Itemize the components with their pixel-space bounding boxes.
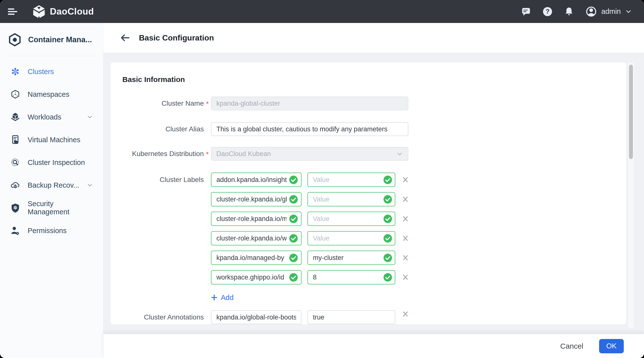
- container-management-icon: [8, 33, 22, 47]
- label-key-input[interactable]: [211, 231, 302, 245]
- page-titlebar: Basic Configuration: [104, 23, 644, 53]
- remove-label-button[interactable]: [402, 196, 409, 203]
- remove-label-button[interactable]: [402, 273, 409, 281]
- header-right: ? admin: [521, 6, 632, 18]
- sidebar-item-security-management[interactable]: Security Management: [0, 197, 103, 219]
- ok-button[interactable]: OK: [599, 339, 624, 353]
- label-key-input[interactable]: [211, 270, 302, 284]
- body-row: Container Mana... Clusters: [0, 23, 644, 358]
- cluster-alias-label: Cluster Alias: [122, 122, 204, 136]
- close-x-icon: [402, 235, 409, 242]
- close-x-icon: [402, 176, 409, 183]
- remove-label-button[interactable]: [402, 235, 409, 242]
- chevron-down-icon: [86, 114, 93, 121]
- plus-icon: [211, 294, 218, 301]
- label-key-input[interactable]: [211, 173, 302, 187]
- page-title: Basic Configuration: [139, 33, 214, 43]
- label-value-input[interactable]: [308, 192, 395, 206]
- label-value-input[interactable]: [308, 251, 395, 265]
- label-value-input[interactable]: [308, 231, 395, 245]
- chat-icon: [521, 6, 531, 17]
- label-key-input[interactable]: [211, 212, 302, 226]
- permissions-icon: [10, 226, 20, 235]
- backup-recovery-icon: [10, 180, 20, 190]
- user-name: admin: [601, 8, 621, 16]
- workloads-icon: [10, 112, 20, 122]
- scrollbar-thumb[interactable]: [629, 65, 633, 159]
- annotation-value-input[interactable]: [308, 310, 395, 324]
- messages-button[interactable]: [521, 6, 531, 17]
- sidebar-item-namespaces[interactable]: Namespaces: [0, 83, 103, 106]
- brand-name: DaoCloud: [50, 7, 94, 17]
- sidebar-item-virtual-machines[interactable]: Virtual Machines: [0, 128, 103, 151]
- clusters-icon: [10, 67, 20, 77]
- cluster-inspection-icon: [10, 158, 20, 167]
- close-x-icon: [402, 254, 409, 261]
- label-row: [211, 270, 409, 284]
- spacer: [204, 122, 211, 136]
- add-label-text: Add: [221, 293, 234, 302]
- chevron-down-icon: [625, 8, 632, 15]
- daocloud-logo-icon: [32, 5, 46, 19]
- cluster-name-input[interactable]: [211, 97, 408, 110]
- kubernetes-distribution-select[interactable]: [211, 147, 408, 162]
- label-value-input[interactable]: [308, 173, 395, 187]
- sidebar-item-label: Permissions: [28, 227, 93, 235]
- notifications-button[interactable]: [564, 6, 574, 17]
- remove-label-button[interactable]: [402, 176, 409, 183]
- back-button[interactable]: [119, 32, 130, 44]
- top-header: DaoCloud ?: [0, 0, 644, 23]
- sidebar-item-label: Security Management: [28, 200, 93, 216]
- label-key-input[interactable]: [211, 251, 302, 265]
- content-area: Basic Information Cluster Name * Cluster…: [104, 53, 644, 334]
- help-icon: ?: [542, 6, 553, 17]
- sidebar: Container Mana... Clusters: [0, 23, 104, 358]
- remove-annotation-button[interactable]: [402, 310, 409, 324]
- label-row: [211, 192, 409, 206]
- add-label-button[interactable]: Add: [211, 293, 409, 302]
- kubernetes-distribution-row: Kubernetes Distribution *: [122, 147, 612, 162]
- cluster-alias-row: Cluster Alias: [122, 122, 612, 136]
- remove-label-button[interactable]: [402, 254, 409, 261]
- kubernetes-distribution-label: Kubernetes Distribution: [122, 147, 204, 162]
- hamburger-menu-icon: [8, 8, 18, 15]
- label-row: [211, 212, 409, 226]
- sidebar-nav: Clusters Namespaces: [0, 56, 103, 242]
- sidebar-item-permissions[interactable]: Permissions: [0, 219, 103, 242]
- sidebar-item-backup-recovery[interactable]: Backup Recov...: [0, 174, 103, 197]
- app-window: DaoCloud ?: [0, 0, 644, 358]
- help-button[interactable]: ?: [542, 6, 553, 17]
- sidebar-item-label: Workloads: [28, 113, 86, 121]
- sidebar-item-cluster-inspection[interactable]: Cluster Inspection: [0, 151, 103, 174]
- back-arrow-icon: [119, 32, 130, 44]
- sidebar-item-label: Virtual Machines: [28, 136, 93, 144]
- vertical-scrollbar[interactable]: [628, 63, 634, 328]
- label-value-input[interactable]: [308, 270, 395, 284]
- avatar-icon: [585, 6, 597, 18]
- namespaces-icon: [10, 89, 20, 99]
- cluster-alias-input[interactable]: [211, 122, 408, 136]
- required-asterisk: *: [204, 97, 211, 111]
- label-value-input[interactable]: [308, 212, 395, 226]
- brand-logo[interactable]: DaoCloud: [32, 5, 94, 19]
- product-header[interactable]: Container Mana...: [0, 23, 103, 56]
- chevron-down-icon: [86, 182, 93, 189]
- label-row: [211, 173, 409, 187]
- cluster-annotations-label: Cluster Annotations: [122, 310, 204, 324]
- annotation-key-input[interactable]: [211, 310, 302, 324]
- security-management-icon: [10, 203, 20, 213]
- menu-toggle-button[interactable]: [8, 8, 18, 15]
- spacer: [204, 310, 211, 324]
- action-footer: Cancel OK: [104, 334, 644, 358]
- remove-label-button[interactable]: [402, 215, 409, 222]
- label-key-input[interactable]: [211, 192, 302, 206]
- header-left: DaoCloud: [8, 5, 94, 19]
- close-x-icon: [402, 273, 409, 281]
- sidebar-item-label: Backup Recov...: [28, 181, 86, 189]
- user-menu[interactable]: admin: [585, 6, 632, 18]
- sidebar-item-workloads[interactable]: Workloads: [0, 106, 103, 128]
- sidebar-item-clusters[interactable]: Clusters: [0, 60, 103, 83]
- cancel-button[interactable]: Cancel: [559, 342, 585, 350]
- virtual-machines-icon: [10, 135, 20, 145]
- required-asterisk: *: [204, 147, 211, 162]
